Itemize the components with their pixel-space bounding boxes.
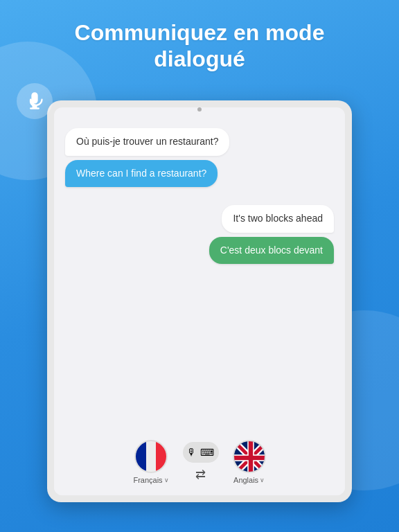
french-language-selector[interactable]: Français ∨: [133, 440, 168, 484]
keyboard-toggle-icon: ⌨: [200, 447, 214, 458]
tablet-camera: [197, 107, 202, 112]
page-title: Communiquez en mode dialogué: [14, 19, 385, 73]
tablet-frame: Où puis-je trouver un restaurant? Where …: [47, 100, 352, 502]
microphone-button[interactable]: [17, 83, 53, 119]
french-label: Français ∨: [133, 476, 168, 484]
right-message-group: It's two blocks ahead C'est deux blocs d…: [65, 205, 334, 264]
mic-toggle-icon: 🎙: [187, 447, 197, 458]
uk-flag-svg: [234, 441, 266, 473]
uk-flag-circle: [233, 440, 266, 473]
left-message-group: Où puis-je trouver un restaurant? Where …: [65, 128, 334, 187]
english-label: Anglais ∨: [233, 476, 265, 484]
english-chevron: ∨: [260, 477, 265, 484]
french-chevron: ∨: [164, 477, 169, 484]
english-question-bubble: Where can I find a restaurant?: [65, 160, 218, 188]
swap-languages-button[interactable]: ⇄: [195, 467, 206, 482]
header: Communiquez en mode dialogué: [0, 0, 399, 84]
french-flag: [134, 440, 168, 473]
english-language-selector[interactable]: Anglais ∨: [233, 440, 266, 484]
microphone-icon: [25, 91, 44, 111]
tablet-screen: Où puis-je trouver un restaurant? Where …: [54, 107, 345, 495]
chat-area: Où puis-je trouver un restaurant? Where …: [54, 114, 345, 432]
svg-rect-7: [234, 456, 266, 460]
english-response-bubble: It's two blocks ahead: [222, 205, 334, 233]
french-response-bubble: C'est deux blocs devant: [209, 237, 334, 265]
input-mode-toggle[interactable]: 🎙 ⌨: [183, 442, 219, 463]
language-bar: Français ∨ 🎙 ⌨ ⇄: [54, 432, 345, 495]
french-question-bubble: Où puis-je trouver un restaurant?: [65, 128, 229, 156]
